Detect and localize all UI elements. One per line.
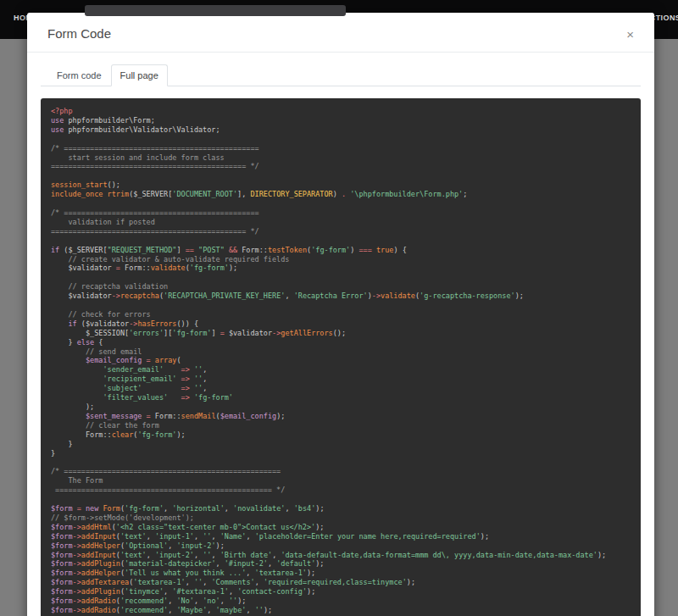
code-line: [51, 495, 631, 504]
close-icon: ×: [626, 27, 634, 42]
code-line: $validator->recaptcha('RECAPTCHA_PRIVATE…: [51, 291, 631, 301]
code-line: /* =====================================…: [51, 208, 631, 218]
tab-form-code[interactable]: Form code: [47, 64, 111, 86]
code-line: 'sender_email' => '',: [51, 365, 631, 375]
code-line: }: [51, 449, 631, 458]
code-line: 'subject' => '',: [51, 384, 631, 393]
code-line: <?php: [51, 107, 631, 116]
code-line: $form->addPlugin('material-datepicker', …: [51, 559, 631, 569]
code-line: $validator = Form::validate('fg-form');: [51, 264, 631, 273]
code-line: ========================================…: [51, 486, 631, 495]
code-line: );: [51, 402, 631, 412]
code-line: $form = new Form('fg-form', 'horizontal'…: [51, 504, 631, 513]
code-line: [51, 236, 631, 246]
code-line: validation if posted: [51, 218, 631, 227]
code-line: $_SESSION['errors']['fg-form'] = $valida…: [51, 329, 631, 338]
code-line: [51, 199, 631, 208]
code-line: [51, 301, 631, 310]
code-line: $form->addRadio('recommend', 'No', 'no',…: [51, 597, 631, 606]
code-line: // $form->setMode('development');: [51, 513, 631, 523]
close-button[interactable]: ×: [623, 25, 637, 44]
modal-header: Form Code ×: [27, 13, 654, 53]
code-line: if ($_SERVER["REQUEST_METHOD"] == "POST"…: [51, 246, 631, 255]
code-line: [51, 135, 631, 144]
code-line: if ($validator->hasErrors()) {: [51, 319, 631, 329]
code-line: $sent_message = Form::sendMail($email_co…: [51, 412, 631, 421]
code-line: The Form: [51, 476, 631, 486]
code-line: $form->addPlugin('tinymce', '#textarea-1…: [51, 587, 631, 597]
navbar-item-highlight: [85, 5, 346, 16]
code-line: $form->addTextarea('textarea-1', '', 'Co…: [51, 578, 631, 587]
code-line: [51, 458, 631, 467]
tab-full-page[interactable]: Full page: [111, 64, 168, 86]
code-line: include_once rtrim($_SERVER['DOCUMENT_RO…: [51, 190, 631, 199]
modal-body: Form code Full page <?phpuse phpformbuil…: [27, 53, 654, 616]
code-line: $form->addHelper('Optional', 'input-2');: [51, 541, 631, 551]
code-line: $form->addInput('text', 'input-1', '', '…: [51, 532, 631, 541]
code-line: $form->addInput('text', 'input-2', '', '…: [51, 551, 631, 560]
code-line: } else {: [51, 338, 631, 347]
code-line: ========================================…: [51, 162, 631, 171]
code-line: // clear the form: [51, 421, 631, 430]
code-line: Form::clear('fg-form');: [51, 430, 631, 440]
code-line: $form->addHtml('<h2 class="text-center m…: [51, 523, 631, 532]
code-line: // check for errors: [51, 310, 631, 319]
code-line: /* =====================================…: [51, 144, 631, 153]
code-block[interactable]: <?phpuse phpformbuilder\Form;use phpform…: [41, 98, 641, 616]
code-line: use phpformbuilder\Form;: [51, 116, 631, 125]
code-line: $form->addRadio('recommend', 'Maybe', 'm…: [51, 606, 631, 615]
code-line: $form->addHelper('Tell us what you think…: [51, 569, 631, 578]
code-line: use phpformbuilder\Validator\Validator;: [51, 125, 631, 135]
code-line: // recaptcha validation: [51, 282, 631, 291]
code-line: // send email: [51, 347, 631, 357]
code-line: [51, 171, 631, 180]
code-line: session_start();: [51, 180, 631, 190]
code-line: [51, 273, 631, 282]
code-line: 'recipient_email' => '',: [51, 375, 631, 384]
code-line: ========================================…: [51, 227, 631, 236]
code-line: start session and include form class: [51, 153, 631, 163]
code-line: $email_config = array(: [51, 356, 631, 365]
code-line: // create validator & auto-validate requ…: [51, 255, 631, 264]
form-code-modal: Form Code × Form code Full page <?phpuse…: [27, 13, 654, 616]
tab-bar: Form code Full page: [41, 64, 641, 86]
code-line: }: [51, 440, 631, 449]
code-line: /* =====================================…: [51, 467, 631, 476]
code-line: 'filter_values' => 'fg-form': [51, 393, 631, 402]
modal-title: Form Code: [47, 26, 111, 41]
